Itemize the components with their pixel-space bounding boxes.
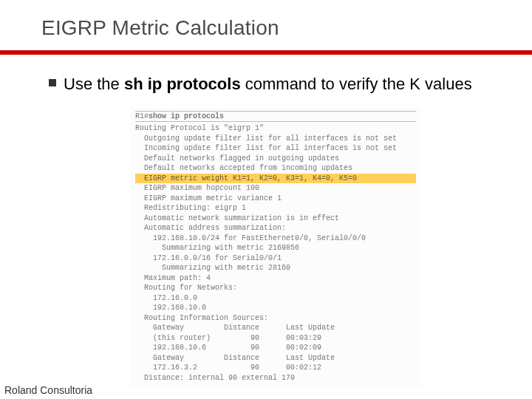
console-line: 192.168.10.0 (135, 303, 416, 313)
console-line: EIGRP maximum hopcount 100 (135, 183, 416, 194)
console-line: Redistributing: eigrp 1 (135, 203, 416, 214)
bullet-pre: Use the (64, 75, 124, 93)
console-line: Outgoing update filter list for all inte… (135, 134, 416, 144)
console-output: R1#show ip protocols Routing Protocol is… (131, 108, 420, 388)
bullet-post: command to verify the K values (241, 75, 472, 93)
console-line: Default networks flagged in outgoing upd… (135, 154, 416, 164)
console-highlight-line: EIGRP metric weight K1=1, K2=0, K3=1, K4… (135, 174, 416, 184)
bullet-text: Use the sh ip protocols command to verif… (64, 74, 472, 95)
console-line: Summarizing with metric 28160 (135, 263, 416, 273)
console-line: 172.16.3.2 90 00:02:12 (135, 363, 416, 373)
console-line: Routing Protocol is "eigrp 1" (135, 123, 416, 134)
console-line: Gateway Distance Last Update (135, 323, 416, 333)
console-line: Incoming update filter list for all inte… (135, 143, 416, 154)
console-line: EIGRP maximum metric variance 1 (135, 194, 416, 204)
console-line: Automatic address summarization: (135, 223, 416, 233)
console-line: (this router) 90 00:03:29 (135, 333, 416, 344)
console-prompt: R1# (135, 112, 149, 120)
console-line: Routing Information Sources: (135, 313, 416, 324)
console-line: Summarizing with metric 2169856 (135, 243, 416, 253)
console-command-line: R1#show ip protocols (135, 111, 416, 123)
console-line: 192.168.10.0/24 for FastEthernet0/0, Ser… (135, 233, 416, 244)
console-line: 172.16.0.0/16 for Serial0/0/1 (135, 253, 416, 264)
console-command: show ip protocols (149, 112, 224, 120)
bullet-command: sh ip protocols (124, 75, 241, 93)
footer-brand: Roland Consultoria (4, 384, 92, 396)
console-line: 192.168.10.6 90 00:02:09 (135, 343, 416, 353)
bullet-square-icon (49, 79, 56, 86)
console-line: Maximum path: 4 (135, 273, 416, 284)
bullet-item: Use the sh ip protocols command to verif… (49, 74, 502, 95)
metric-weight-highlight: EIGRP metric weight K1=1, K2=0, K3=1, K4… (135, 174, 416, 184)
console-line: Distance: internal 90 external 170 (135, 373, 416, 383)
console-line: Routing for Networks: (135, 283, 416, 293)
console-line: Automatic network summarization is in ef… (135, 214, 416, 224)
console-line: Default networks accepted from incoming … (135, 163, 416, 174)
console-line: Gateway Distance Last Update (135, 353, 416, 364)
slide-title: EIGRP Metric Calculation (41, 16, 532, 40)
console-line: 172.16.0.0 (135, 293, 416, 304)
